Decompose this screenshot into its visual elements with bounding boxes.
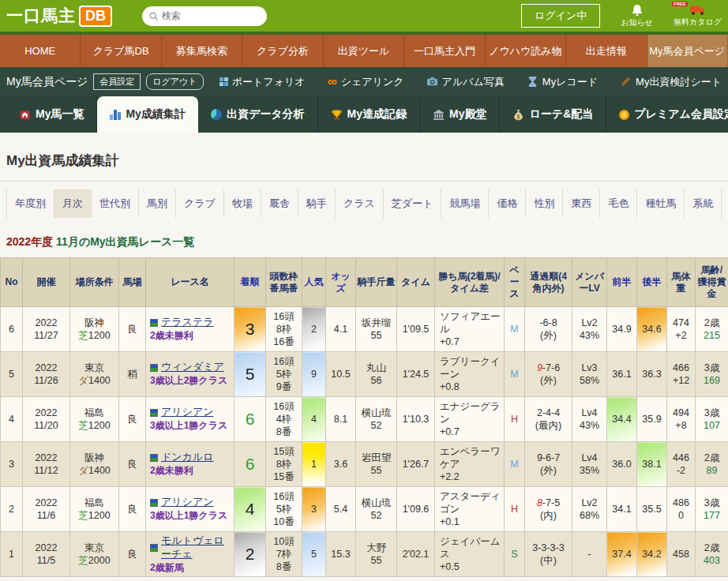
member-link-0[interactable]: ポートフォリオ: [220, 75, 306, 89]
finish-position: 6: [246, 455, 255, 473]
filter-17[interactable]: 馬体重: [722, 189, 728, 218]
col-header-8[interactable]: オッズ: [326, 258, 356, 307]
tab-0[interactable]: My馬一覧: [6, 96, 97, 133]
tab-3[interactable]: My達成記録: [318, 96, 420, 133]
cell-jockey: 坂井瑠55: [356, 307, 397, 352]
bank-icon: [433, 109, 445, 121]
cell-member-level: Lv268%: [572, 487, 607, 532]
date-day: 11/20: [24, 419, 68, 432]
trophy-icon: [331, 109, 343, 121]
search-input[interactable]: [162, 10, 257, 21]
filter-4[interactable]: クラブ: [176, 189, 224, 218]
cell-popularity: 2: [302, 307, 326, 352]
cell-no: 5: [1, 352, 23, 397]
cell-member-level: Lv435%: [572, 442, 607, 487]
nav-item-2[interactable]: 募集馬検索: [162, 35, 242, 67]
filter-11[interactable]: 価格: [489, 189, 526, 218]
jockey-name: 岩田望: [358, 452, 395, 464]
passage-position: (内): [527, 509, 570, 522]
col-header-15[interactable]: 前半: [607, 258, 637, 307]
cell-going: 良: [119, 442, 146, 487]
filter-8[interactable]: クラス: [336, 189, 384, 218]
col-header-5[interactable]: 着順: [235, 258, 266, 307]
course: ダ1400: [72, 374, 117, 387]
aggregation-filter-tabs: 年度別月次世代別馬別クラブ牧場厩舎騎手クラス芝ダート競馬場価格性別東西毛色種牡馬…: [0, 182, 728, 218]
prize: 107: [697, 419, 726, 432]
tab-label: ローテ&配当: [529, 107, 593, 122]
nav-item-7[interactable]: 出走情報: [566, 35, 647, 67]
filter-12[interactable]: 性別: [526, 189, 563, 218]
nav-item-4[interactable]: 出資ツール: [324, 35, 404, 67]
filter-2[interactable]: 世代別: [92, 189, 139, 218]
search-box[interactable]: [142, 6, 267, 26]
page-title: My出資馬成績集計: [0, 133, 728, 181]
passage-position: (外): [527, 374, 570, 387]
catalog-button[interactable]: FREE 無料カタログ: [674, 4, 722, 28]
race-name-link[interactable]: アリシアン: [161, 496, 214, 509]
nav-item-1[interactable]: クラブ馬DB: [81, 35, 161, 67]
col-header-7[interactable]: 人気: [302, 258, 326, 307]
member-settings-button[interactable]: 会員設定: [93, 73, 141, 90]
filter-16[interactable]: 系統: [685, 189, 722, 218]
race-name-link[interactable]: ドンカルロ: [161, 451, 214, 464]
table-row: 5202211/26東京ダ1400稍ウィンダミア3歳以上2勝クラス516頭5枠9…: [1, 352, 728, 397]
tab-1[interactable]: My成績集計: [97, 96, 197, 133]
col-header-16[interactable]: 後半: [637, 258, 667, 307]
filter-7[interactable]: 騎手: [298, 189, 336, 218]
cell-winner: エンペラーワケア+2.2: [435, 442, 505, 487]
filter-1[interactable]: 月次: [54, 189, 92, 218]
filter-13[interactable]: 東西: [563, 189, 600, 218]
cell-jockey: 丸山56: [356, 352, 397, 397]
section-label: 11月のMy出資馬レース一覧: [56, 235, 194, 248]
race-name-link[interactable]: モルトヴェローチェ: [161, 534, 232, 561]
filter-0[interactable]: 年度別: [6, 189, 54, 218]
member-link-4[interactable]: My出資検討シート: [620, 75, 722, 89]
cell-member-level: Lv243%: [572, 307, 607, 352]
member-link-1[interactable]: ∞シェアリンク: [328, 75, 404, 89]
tab-6[interactable]: プレミアム会員設定: [606, 96, 728, 133]
margin: +0.1: [440, 515, 502, 528]
weight-diff: +8: [669, 419, 693, 432]
club-silks-icon: [150, 409, 158, 417]
filter-6[interactable]: 厩舎: [261, 189, 298, 218]
cell-age-prize: 3歳177: [696, 487, 728, 532]
member-link-2[interactable]: アルバム写真: [426, 75, 505, 89]
member-pct: 68%: [574, 509, 605, 522]
race-name-link[interactable]: ウィンダミア: [161, 361, 224, 374]
nav-item-5[interactable]: 一口馬主入門: [404, 35, 485, 67]
filter-14[interactable]: 毛色: [600, 189, 637, 218]
filter-3[interactable]: 馬別: [139, 189, 176, 218]
cell-going: 良: [119, 397, 146, 442]
tab-2[interactable]: 出資データ分析: [198, 96, 318, 133]
club-silks-icon: [150, 454, 158, 462]
nav-item-6[interactable]: ノウハウ読み物: [486, 35, 566, 67]
site-logo[interactable]: 一口馬主 DB: [6, 5, 112, 27]
member-link-3[interactable]: Myレコード: [527, 75, 598, 89]
cell-passage: 9-6-7(外): [525, 442, 572, 487]
finish-position: 6: [246, 410, 255, 428]
date-day: 11/6: [24, 509, 68, 522]
race-name-link[interactable]: テラステラ: [161, 316, 214, 329]
member-lv: Lv2: [574, 317, 605, 329]
infinity-icon: ∞: [328, 77, 337, 87]
date-year: 2022: [24, 542, 68, 554]
filter-5[interactable]: 牧場: [224, 189, 261, 218]
age: 2歳: [697, 542, 726, 554]
login-status-button[interactable]: ログイン中: [521, 4, 600, 28]
nav-item-8[interactable]: My馬会員ページ: [647, 35, 728, 67]
logout-button[interactable]: ログアウト: [146, 73, 203, 90]
cell-jockey: 横山琉52: [356, 397, 397, 442]
filter-10[interactable]: 競馬場: [441, 189, 489, 218]
notice-button[interactable]: お知らせ: [621, 4, 653, 28]
tab-4[interactable]: My殿堂: [420, 96, 500, 133]
cell-pace: H: [505, 487, 525, 532]
race-results-table: No開催場所条件馬場レース名着順頭数枠番馬番人気オッズ騎手斤量タイム勝ち馬(2着…: [0, 257, 728, 577]
filter-15[interactable]: 種牡馬: [637, 189, 685, 218]
member-page-title: My馬会員ページ: [6, 75, 88, 89]
nav-item-0[interactable]: HOME: [0, 35, 81, 67]
race-name-link[interactable]: アリシアン: [161, 406, 214, 419]
filter-9[interactable]: 芝ダート: [384, 189, 442, 218]
nav-item-3[interactable]: クラブ分析: [242, 35, 323, 67]
section-title: 2022年度 11月のMy出資馬レース一覧: [0, 218, 728, 257]
tab-5[interactable]: $ローテ&配当: [500, 96, 606, 133]
